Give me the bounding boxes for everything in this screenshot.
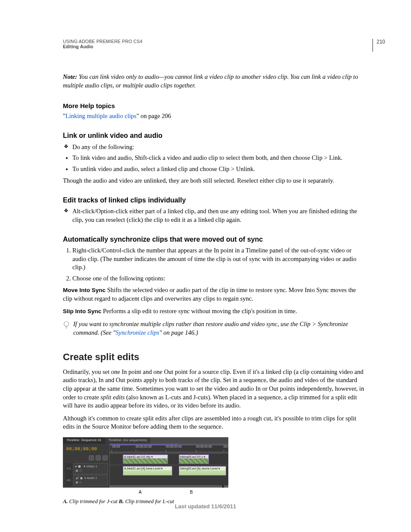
chapter-title: Editing Audio (63, 44, 93, 49)
svg-point-0 (64, 322, 69, 327)
ruler-tick: 00;00;02;00 (136, 445, 152, 448)
li-text: Right-click/Control-click the number tha… (72, 247, 356, 271)
slip-into-sync: Slip Into Sync Performs a slip edit to r… (63, 307, 364, 316)
lightbulb-icon (63, 321, 70, 330)
heading-create-split-edits: Create split edits (63, 351, 364, 364)
list-item: To link video and audio, Shift-click a v… (72, 154, 364, 162)
scrollbar-thumb[interactable] (110, 485, 222, 488)
ruler-tick: 00;00;04;00 (166, 445, 182, 448)
move-into-sync: Move Into Sync Shifts the selected video… (63, 286, 364, 303)
tip-block: If you want to synchronize multiple clip… (63, 320, 364, 337)
heading-edit-tracks: Edit tracks of linked clips individually (63, 196, 364, 205)
note-label: Note: (63, 73, 77, 80)
scrollbar-end[interactable] (224, 485, 228, 488)
list-item: Choose one of the following options: (72, 274, 364, 283)
split-edits-p2: Although it's common to create split edi… (63, 414, 364, 431)
slip-into-sync-label: Slip Into Sync (63, 308, 101, 314)
timeline-tracks-area[interactable]: ;00;00 00;00;02;00 00;00;04;00 00;00;06;… (109, 444, 228, 488)
do-any-text: Do any of the following: (72, 143, 134, 150)
more-help-line: "Linking multiple audio clips" on page 2… (63, 112, 364, 121)
page: 210 USING ADOBE PREMIERE PRO CS4 Editing… (0, 0, 411, 532)
li-text: To link video and audio, Shift-click a v… (72, 154, 342, 161)
tip-pre: If you want to synchronize multiple clip… (73, 320, 348, 336)
timecode-display[interactable]: 00;00;00;00 (65, 445, 108, 456)
link-linking-multiple-audio-clips[interactable]: Linking multiple audio clips (65, 112, 137, 119)
edit-tracks-text: Alt-click/Option-click either part of a … (72, 208, 357, 223)
link-unlink-after: Though the audio and video are unlinked,… (63, 177, 364, 185)
figure-timeline: Timeline: Sequence 01 Timeline: (no sequ… (63, 437, 228, 495)
timeline-body: 00;00;00;00 V1 ▸ ◼ ▾ Video 1 ◼ ◇ (63, 444, 228, 488)
timeline-tabs: Timeline: Sequence 01 Timeline: (no sequ… (63, 437, 228, 444)
li-text: To unlink video and audio, select a link… (72, 165, 255, 172)
track-ctrl-video-1[interactable]: ▸ ◼ ▾ Video 1 ◼ ◇ (73, 463, 108, 474)
timeline-panel: Timeline: Sequence 01 Timeline: (no sequ… (63, 437, 228, 488)
more-help-heading: More Help topics (63, 102, 364, 110)
page-number: 210 (372, 39, 385, 52)
li-text: Choose one of the following options: (72, 275, 165, 282)
list-item: To unlink video and audio, select a link… (72, 165, 364, 174)
tip-text: If you want to synchronize multiple clip… (73, 320, 364, 337)
body: Note: You can link video only to audio—y… (63, 73, 364, 505)
edit-tracks-item: Alt-click/Option-click either part of a … (63, 207, 364, 224)
heading-auto-sync: Automatically synchronize clips that wer… (63, 235, 364, 244)
tip-post: " on page 146.) (159, 329, 198, 336)
note-paragraph: Note: You can link video only to audio—y… (63, 73, 364, 90)
page-number-text: 210 (377, 39, 385, 45)
note-text: You can link video only to audio—you can… (63, 73, 358, 89)
move-into-sync-text: Shifts the selected video or audio part … (63, 286, 356, 302)
link-unlink-list: To link video and audio, Shift-click a v… (63, 154, 364, 173)
list-item: Right-click/Control-click the number tha… (72, 246, 364, 272)
legend-b: B (190, 489, 193, 495)
snap-icon[interactable] (89, 455, 94, 460)
clip-b-audio[interactable]: biking05.avi [A] olume:Level ▾ (179, 466, 226, 476)
tab-sequence-01[interactable]: Timeline: Sequence 01 (63, 437, 105, 444)
p1-emph: split edits (100, 394, 125, 401)
ruler-tick: 00;00;06;00 (196, 445, 212, 448)
marker-icon[interactable] (96, 455, 101, 460)
do-any-following: Do any of the following: (63, 143, 364, 152)
clip-a-audio[interactable]: A.bike01.avi [A] lume:Level ▾ (123, 466, 172, 476)
heading-link-unlink: Link or unlink video and audio (63, 131, 364, 140)
running-header: USING ADOBE PREMIERE PRO CS4 Editing Aud… (63, 39, 364, 49)
ruler-tick: ;00;00 (112, 445, 120, 448)
timeline-left-pane: 00;00;00;00 V1 ▸ ◼ ▾ Video 1 ◼ ◇ (63, 444, 109, 488)
slip-into-sync-text: Performs a slip edit to restore sync wit… (101, 308, 297, 314)
track-label-a1[interactable]: A1 (65, 475, 72, 486)
track-label-v1[interactable]: V1 (65, 463, 72, 474)
track-name-audio: Audio 1 (87, 476, 97, 479)
track-ctrl-audio-1[interactable]: 🔊 ◼ ▾ Audio 1 ◼ ◇ (73, 475, 108, 486)
legend-a: A (139, 489, 142, 495)
move-into-sync-label: Move Into Sync (63, 287, 106, 293)
horizontal-scrollbar[interactable] (110, 485, 228, 488)
left-toolbar (65, 455, 108, 463)
clip-label: A.bike01.avi [A] lume:Level ▾ (124, 467, 171, 470)
audio-lane[interactable]: A.bike01.avi [A] lume:Level ▾ biking05.a… (110, 465, 228, 476)
auto-sync-steps: Right-click/Control-click the number tha… (63, 246, 364, 283)
tab-no-sequences[interactable]: Timeline: (no sequences) (105, 437, 151, 444)
track-header-audio: A1 🔊 ◼ ▾ Audio 1 ◼ ◇ (65, 475, 108, 486)
clip-a-video[interactable]: A.bike01.avi [V] city ▾ (123, 454, 168, 464)
clip-b-video[interactable]: biking05.avi [V] y ▾ (179, 454, 209, 464)
more-help-suffix: " on page 206 (137, 112, 171, 119)
video-lane[interactable]: A.bike01.avi [V] city ▾ biking05.avi [V]… (110, 453, 228, 465)
footer-updated: Last updated 11/6/2011 (0, 503, 411, 510)
time-ruler[interactable]: ;00;00 00;00;02;00 00;00;04;00 00;00;06;… (110, 445, 228, 453)
clip-label: biking05.avi [A] olume:Level ▾ (180, 467, 225, 470)
doc-title: USING ADOBE PREMIERE PRO CS4 (63, 39, 143, 44)
split-edits-p1: Ordinarily, you set one In point and one… (63, 368, 364, 410)
settings-icon[interactable] (103, 455, 108, 460)
track-header-video: V1 ▸ ◼ ▾ Video 1 ◼ ◇ (65, 463, 108, 474)
ruler-tick: 00;0 (224, 445, 230, 448)
link-synchronize-clips[interactable]: Synchronize clips (115, 329, 159, 336)
figure-legend: A B (63, 488, 228, 495)
track-name-video: Video 1 (86, 464, 97, 468)
